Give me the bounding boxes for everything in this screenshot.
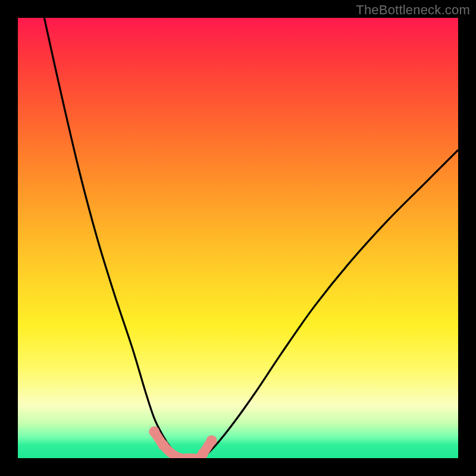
left-curve-path <box>44 18 180 458</box>
plot-area <box>18 18 458 458</box>
chart-frame: TheBottleneck.com <box>0 0 476 476</box>
floor-highlight-dot <box>149 427 159 437</box>
floor-highlight-dot <box>158 440 168 450</box>
right-curve-path <box>203 150 458 458</box>
watermark-text: TheBottleneck.com <box>356 2 470 18</box>
floor-highlight-dot <box>206 435 217 446</box>
chart-svg <box>18 18 458 458</box>
